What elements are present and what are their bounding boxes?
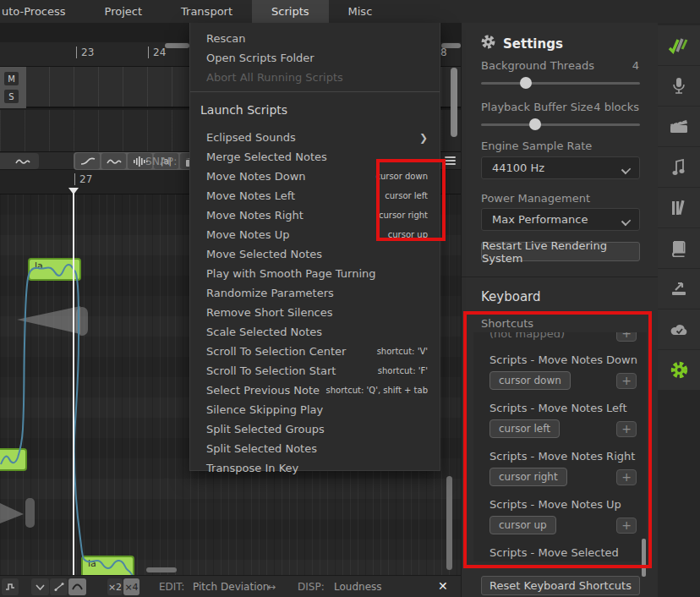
power-management-value: Max Performance [492,213,588,226]
chevron-down-icon [621,165,631,174]
close-icon[interactable]: ✕ [438,579,448,593]
keyboard-section-header: Keyboard [481,289,541,304]
menu-item-shortcut: shortcut: 'Q', shift + tab [326,386,428,395]
menubar-item-transport[interactable]: Transport [161,0,252,23]
edit-label: EDIT: [159,581,184,593]
disp-parameter-value[interactable]: Loudness [334,581,382,593]
swap-arrows-icon[interactable]: ↔ [267,581,276,593]
note-block[interactable]: la [81,556,134,575]
background-threads-value: 4 [632,59,639,72]
menu-item-eclipsed-sounds[interactable]: Eclipsed Sounds❯ [190,128,440,147]
menu-item-label: Rescan [206,32,428,45]
menu-item-open-scripts-folder[interactable]: Open Scripts Folder [190,48,440,68]
zoom-x4-button[interactable]: ×4 [123,578,139,595]
playback-buffer-slider[interactable] [481,118,640,130]
playback-buffer-value: 4 blocks [593,101,639,113]
horizontal-scrollbar-thumb[interactable] [146,567,177,572]
menu-item-split-selected-groups[interactable]: Split Selected Groups [190,419,440,439]
menu-item-label: Scroll To Selection Center [206,345,377,358]
menu-item-randomize-parameters[interactable]: Randomize Parameters [190,283,440,303]
book-icon[interactable] [658,228,700,268]
settings-gear-icon[interactable] [658,350,700,390]
right-icon-sidebar [658,23,700,597]
menu-item-label: Abort All Running Scripts [206,71,428,84]
note-block[interactable] [0,448,27,471]
measure-label: 24 [148,47,166,58]
menu-item-label: Select Previous Note [206,384,326,397]
menu-item-transpose-in-key[interactable]: Transpose In Key [190,458,440,478]
menu-item-label: Move Notes Left [206,189,385,202]
render-export-icon[interactable] [658,269,700,309]
menubar: uto-ProcessProjectTransportScriptsMisc [0,0,700,23]
menu-item-label: Move Selected Notes [206,248,428,260]
edit-parameter-value[interactable]: Pitch Deviation [193,581,269,593]
menu-item-scroll-to-selection-start[interactable]: Scroll To Selection Startshortcut: 'F' [190,361,440,381]
library-icon[interactable] [658,188,700,227]
sample-rate-value: 44100 Hz [492,162,544,174]
menu-item-label: Split Selected Groups [206,423,428,435]
panel-menu-icon[interactable] [445,156,456,165]
menu-item-label: Silence Skipping Play [206,403,428,416]
playback-buffer-thumb[interactable] [529,118,541,130]
line-tool-button[interactable] [50,578,68,595]
curve-tool-button[interactable] [68,578,86,595]
settings-title: Settings [503,36,563,52]
menu-item-label: Scroll To Selection Start [206,364,378,377]
horizontal-scrollbar-thumb[interactable] [165,43,189,48]
measure-label: 8 [440,47,447,58]
disp-label: DISP: [298,581,325,593]
menu-item-move-selected-notes[interactable]: Move Selected Notes [190,244,440,264]
menubar-item-scripts[interactable]: Scripts [252,0,328,23]
clapperboard-icon[interactable] [658,107,700,146]
music-note-icon[interactable] [658,147,700,187]
cloud-sync-icon[interactable] [658,309,700,349]
zoom-x2-button[interactable]: ×2 [107,578,123,595]
background-threads-thumb[interactable] [520,77,532,89]
step-curve-tool-button[interactable] [2,578,19,595]
menu-item-shortcut: shortcut: 'F' [378,366,428,375]
wave-icon[interactable] [101,153,126,169]
power-management-select[interactable]: Max Performance [481,208,640,231]
scripts-dropdown-menu: RescanOpen Scripts FolderAbort All Runni… [189,23,440,471]
menubar-item-misc[interactable]: Misc [329,0,392,23]
chevron-down-tool-button[interactable] [31,578,49,595]
restart-rendering-button[interactable]: Restart Live Rendering System [481,242,640,261]
app-window: 23 24 8 M S [0,0,700,597]
playback-buffer-label: Playback Buffer Size [481,101,593,113]
vertical-scrollbar-thumb[interactable] [446,476,452,570]
menu-item-label: Play with Smooth Page Turning [206,267,428,280]
menubar-item-project[interactable]: Project [85,0,161,23]
note-lyric: la [88,558,96,569]
scripts-menu-top-items: RescanOpen Scripts FolderAbort All Runni… [190,29,440,87]
microphone-icon[interactable] [658,66,700,106]
highlight-box-menu-shortcuts [376,159,446,241]
track-header: M S [0,67,26,108]
sample-rate-select[interactable]: 44100 Hz [481,156,640,179]
menu-item-select-previous-note[interactable]: Select Previous Noteshortcut: 'Q', shift… [190,381,440,400]
menu-item-scale-selected-notes[interactable]: Scale Selected Notes [190,322,440,342]
reset-shortcuts-button[interactable]: Reset Keyboard Shortcuts [481,576,640,595]
pitch-curve-icon[interactable] [75,153,100,169]
menu-item-label: Eclipsed Sounds [206,131,419,144]
divider [462,277,659,277]
menu-divider [190,91,440,92]
app-logo-icon[interactable] [658,25,700,65]
pitch-wave-tool-button[interactable] [0,153,39,169]
mute-button[interactable]: M [4,72,19,85]
background-threads-label: Background Threads [481,59,594,72]
vertical-scrollbar-thumb[interactable] [451,68,457,137]
power-management-label: Power Management [481,192,590,205]
menu-item-scroll-to-selection-center[interactable]: Scroll To Selection Centershortcut: 'V' [190,342,440,361]
menu-item-remove-short-silences[interactable]: Remove Short Silences [190,303,440,322]
menu-item-rescan[interactable]: Rescan [190,29,440,48]
horizontal-scrollbar-thumb[interactable] [441,43,461,48]
background-threads-slider[interactable] [481,77,640,89]
menu-item-label: Move Notes Up [206,228,388,241]
menu-item-silence-skipping-play[interactable]: Silence Skipping Play [190,400,440,419]
menu-item-split-selected-notes[interactable]: Split Selected Notes [190,439,440,458]
gear-icon [481,35,495,52]
menu-item-play-with-smooth-page-turning[interactable]: Play with Smooth Page Turning [190,264,440,283]
solo-button[interactable]: S [4,90,19,103]
menu-item-label: Open Scripts Folder [206,52,428,64]
menubar-item-uto-process[interactable]: uto-Process [0,0,85,23]
